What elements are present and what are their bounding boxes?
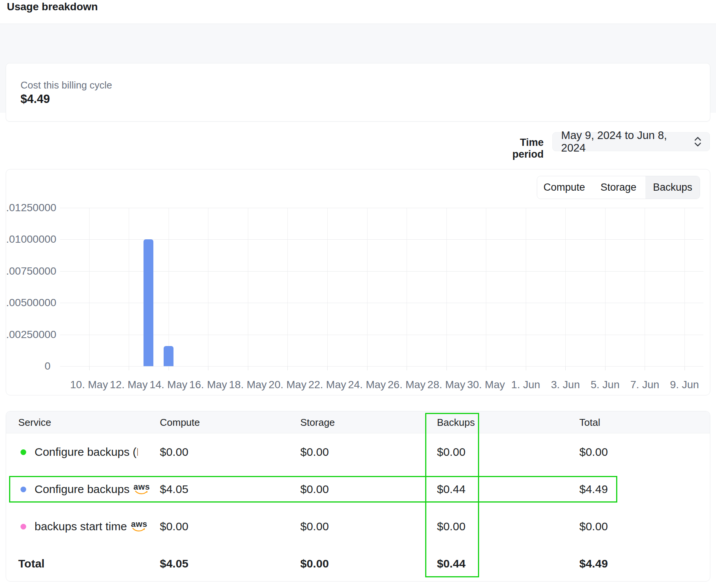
y-axis-label: 0 — [6, 360, 50, 373]
x-axis-tick — [565, 366, 566, 370]
time-period-label: Time period — [490, 137, 544, 160]
x-grid-line — [565, 208, 566, 366]
bar-chart: 10. May12. May14. May16. May18. May20. M… — [6, 169, 711, 396]
page-title: Usage breakdown — [7, 1, 98, 13]
x-axis-tick — [684, 366, 685, 370]
x-grid-line — [367, 208, 367, 366]
usage-bar[interactable] — [144, 239, 153, 366]
table-row[interactable]: backups start time aws $0.00 $0.00 $0.00… — [6, 508, 710, 545]
table-header-row: Service Compute Storage Backups Total — [6, 411, 710, 433]
total-value: $0.00 — [579, 433, 608, 471]
x-grid-line — [446, 208, 447, 366]
time-period-select[interactable]: May 9, 2024 to Jun 8, 2024 — [552, 132, 710, 151]
y-axis-label: .00750000 — [6, 265, 50, 278]
x-axis-tick — [208, 366, 208, 370]
x-axis-tick — [605, 366, 606, 370]
billing-cycle-cost-card: Cost this billing cycle $4.49 — [6, 63, 710, 122]
service-cell: Configure backups aws — [21, 471, 149, 508]
aws-swoosh-icon — [135, 490, 148, 495]
x-axis-tick — [169, 366, 169, 370]
x-grid-line — [327, 208, 328, 366]
table-total-row: Total $4.05 $0.00 $0.44 $4.49 — [6, 545, 710, 582]
table-row[interactable]: Configure backups (Resto $0.00 $0.00 $0.… — [6, 433, 710, 471]
compute-value: $0.00 — [160, 508, 188, 545]
x-grid-line — [684, 208, 685, 366]
x-axis-tick — [129, 366, 129, 370]
billing-summary-section: Cost this billing cycle $4.49 — [0, 24, 716, 113]
storage-value: $0.00 — [300, 471, 329, 508]
compute-total: $4.05 — [160, 545, 188, 582]
x-axis-tick — [446, 366, 447, 370]
backups-value: $0.44 — [437, 471, 465, 508]
backups-total: $0.44 — [437, 545, 465, 582]
x-axis-tick — [486, 366, 486, 370]
y-axis-label: .01250000 — [6, 201, 50, 214]
service-name: Configure backups (Resto — [35, 446, 138, 458]
x-grid-line — [645, 208, 645, 366]
service-name: Configure backups — [35, 483, 129, 496]
x-axis-tick — [407, 366, 407, 370]
usage-bar[interactable] — [164, 346, 173, 366]
x-axis-tick — [327, 366, 328, 370]
x-axis-tick — [287, 366, 288, 370]
header-service: Service — [18, 411, 51, 433]
backups-value: $0.00 — [437, 508, 465, 545]
compute-value: $4.05 — [160, 471, 188, 508]
x-grid-line — [486, 208, 486, 366]
header-compute: Compute — [160, 411, 200, 433]
x-axis-tick — [89, 366, 90, 370]
aws-swoosh-icon — [132, 528, 146, 532]
y-axis-label: .00250000 — [6, 328, 50, 341]
table-row[interactable]: Configure backups aws $4.05 $0.00 $0.44 … — [6, 471, 710, 508]
total-value: $0.00 — [579, 508, 608, 545]
total-row-label: Total — [18, 545, 44, 582]
header-total: Total — [579, 411, 600, 433]
billing-cycle-cost-amount: $4.49 — [21, 92, 50, 106]
usage-chart-card: Compute Storage Backups 10. May12. May14… — [6, 169, 710, 395]
usage-breakdown-page: Usage breakdown Cost this billing cycle … — [0, 0, 716, 588]
x-grid-line — [248, 208, 248, 366]
header-storage: Storage — [300, 411, 335, 433]
y-grid-line — [60, 366, 703, 367]
x-grid-line — [169, 208, 169, 366]
x-axis-tick — [526, 366, 526, 370]
total-value: $4.49 — [579, 471, 608, 508]
series-dot — [21, 487, 26, 492]
x-grid-line — [129, 208, 129, 366]
series-dot — [21, 524, 26, 530]
aws-logo: aws — [134, 484, 149, 495]
compute-value: $0.00 — [160, 433, 188, 471]
y-grid-line — [60, 335, 703, 335]
grand-total: $4.49 — [579, 545, 608, 582]
usage-table-card: Service Compute Storage Backups Total Co… — [6, 411, 710, 582]
x-axis-label: 9. Jun — [660, 378, 709, 391]
storage-total: $0.00 — [300, 545, 329, 582]
billing-cycle-cost-label: Cost this billing cycle — [21, 79, 112, 91]
backups-value: $0.00 — [437, 433, 465, 471]
time-period-value: May 9, 2024 to Jun 8, 2024 — [561, 129, 694, 154]
y-axis-label: .01000000 — [6, 233, 50, 246]
x-grid-line — [526, 208, 526, 366]
y-axis-label: .00500000 — [6, 296, 50, 309]
y-grid-line — [60, 303, 703, 303]
y-grid-line — [60, 208, 703, 208]
x-grid-line — [89, 208, 90, 366]
storage-value: $0.00 — [300, 508, 329, 545]
x-grid-line — [208, 208, 208, 366]
storage-value: $0.00 — [300, 433, 329, 471]
x-axis-tick — [248, 366, 248, 370]
x-grid-line — [287, 208, 288, 366]
series-dot — [21, 449, 26, 455]
service-cell: backups start time aws — [21, 508, 147, 545]
service-cell: Configure backups (Resto — [21, 433, 138, 471]
x-grid-line — [407, 208, 407, 366]
y-grid-line — [60, 239, 703, 240]
aws-logo: aws — [131, 521, 147, 532]
x-axis-tick — [645, 366, 645, 370]
header-backups: Backups — [437, 411, 475, 433]
unfold-chevron-icon — [694, 136, 702, 147]
x-axis-tick — [367, 366, 367, 370]
service-name: backups start time — [35, 520, 127, 533]
y-grid-line — [60, 271, 703, 272]
x-grid-line — [605, 208, 606, 366]
